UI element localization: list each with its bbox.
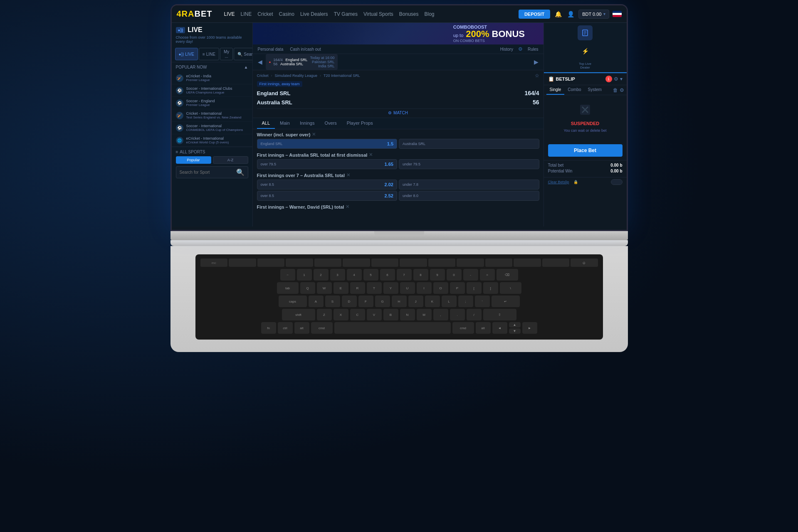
key-t[interactable]: T: [367, 282, 382, 294]
betslip-icon-btn[interactable]: [578, 25, 593, 40]
key-y[interactable]: Y: [383, 282, 398, 294]
match-card-mini[interactable]: ● 164/4 England SRL 56 Australia SRL: [266, 54, 338, 70]
key-e[interactable]: E: [334, 282, 348, 294]
star-icon[interactable]: ☆: [535, 73, 539, 79]
rules-link[interactable]: Rules: [528, 47, 539, 52]
key-4[interactable]: 4: [347, 269, 362, 281]
key-5[interactable]: 5: [363, 269, 378, 281]
lightning-icon-btn[interactable]: ⚡: [578, 44, 593, 59]
key-enter[interactable]: ↵: [492, 296, 520, 307]
key-2[interactable]: 2: [314, 269, 329, 281]
tab-search[interactable]: 🔍 Sear...: [234, 48, 252, 60]
key-shift-left[interactable]: shift: [282, 309, 315, 320]
key-0[interactable]: 0: [447, 269, 462, 281]
key-x[interactable]: X: [334, 309, 348, 320]
betslip-settings-icon[interactable]: ⚙: [614, 76, 618, 82]
nav-bonuses[interactable]: Bonuses: [399, 11, 419, 17]
deposit-button[interactable]: DEPOSIT: [519, 10, 550, 19]
bell-icon[interactable]: 🔔: [553, 10, 563, 19]
bs-tab-system[interactable]: System: [585, 85, 605, 95]
key-rbracket[interactable]: ]: [483, 282, 498, 294]
key-f12[interactable]: [542, 259, 570, 267]
key-9[interactable]: 9: [430, 269, 445, 281]
key-g[interactable]: G: [375, 296, 390, 307]
odds-under-8-0[interactable]: under 8.0: [399, 191, 539, 201]
key-equals[interactable]: =: [480, 269, 495, 281]
nav-live-dealers[interactable]: Live Dealers: [300, 11, 328, 17]
clear-betslip-button[interactable]: Clear Betslip: [548, 180, 569, 184]
key-f4[interactable]: [314, 259, 342, 267]
nav-live[interactable]: LIVE: [224, 11, 235, 17]
place-bet-button[interactable]: Place Bet: [548, 144, 623, 157]
bet-tab-innings[interactable]: Innings: [295, 118, 319, 129]
odds-australia[interactable]: Australia SRL: [399, 139, 539, 149]
nav-blog[interactable]: Blog: [425, 11, 435, 17]
key-alt-right[interactable]: alt: [476, 322, 491, 334]
odds-under-7-8[interactable]: under 7.8: [399, 180, 539, 190]
match-prev-button[interactable]: ◀: [256, 57, 264, 67]
key-3[interactable]: 3: [330, 269, 345, 281]
key-q[interactable]: Q: [300, 282, 315, 294]
odds-england[interactable]: England SRL 1.5: [257, 139, 398, 149]
match-stats-button[interactable]: ⚙ MATCH: [257, 108, 539, 115]
language-flag-icon[interactable]: [613, 11, 622, 17]
key-h[interactable]: H: [392, 296, 407, 307]
key-caps[interactable]: caps: [279, 296, 307, 307]
key-f2[interactable]: [257, 259, 285, 267]
nav-tv-games[interactable]: TV Games: [334, 11, 358, 17]
key-minus[interactable]: -: [463, 269, 478, 281]
key-6[interactable]: 6: [380, 269, 395, 281]
key-slash[interactable]: /: [467, 309, 482, 320]
promo-banner[interactable]: COMBOBOOST up to 200% BONUS ON COMBO BET…: [253, 23, 544, 44]
key-cmd-right[interactable]: cmd: [452, 322, 474, 334]
betslip-collapse-icon[interactable]: ▾: [620, 76, 623, 82]
key-tab[interactable]: tab: [277, 282, 299, 294]
key-r[interactable]: R: [350, 282, 365, 294]
sport-item[interactable]: 🏏 eCricket - India Premier League: [172, 72, 252, 84]
nav-cricket[interactable]: Cricket: [257, 11, 273, 17]
key-p[interactable]: P: [450, 282, 465, 294]
key-b[interactable]: B: [383, 309, 398, 320]
key-1[interactable]: 1: [297, 269, 312, 281]
key-f5[interactable]: [343, 259, 370, 267]
key-k[interactable]: K: [425, 296, 440, 307]
popular-filter-button[interactable]: Popular: [176, 156, 211, 164]
nav-casino[interactable]: Casino: [279, 11, 294, 17]
key-backspace[interactable]: ⌫: [497, 269, 518, 281]
key-tilde[interactable]: ~: [280, 269, 295, 281]
nav-virtual-sports[interactable]: Virtual Sports: [363, 11, 393, 17]
user-icon[interactable]: 👤: [566, 10, 575, 19]
breadcrumb-match[interactable]: T20 International SRL: [324, 74, 360, 78]
key-esc[interactable]: esc: [200, 259, 228, 267]
bet-tab-all[interactable]: ALL: [257, 118, 275, 129]
bet-tab-player-props[interactable]: Player Props: [342, 118, 378, 129]
search-sport-input[interactable]: [180, 170, 234, 175]
key-fn[interactable]: fn: [261, 322, 276, 334]
key-c[interactable]: C: [350, 309, 365, 320]
key-a[interactable]: A: [309, 296, 324, 307]
key-u[interactable]: U: [400, 282, 415, 294]
key-8[interactable]: 8: [413, 269, 428, 281]
key-f1[interactable]: [229, 259, 256, 267]
tab-live[interactable]: ●)) LIVE: [175, 48, 198, 60]
odds-over-79[interactable]: over 79.5 1.65: [257, 159, 398, 169]
bs-tab-combo[interactable]: Combo: [564, 85, 584, 95]
key-power[interactable]: ⏻: [571, 259, 598, 267]
key-i[interactable]: I: [417, 282, 432, 294]
key-down[interactable]: ▼: [509, 328, 521, 334]
odds-under-79[interactable]: under 79.5: [399, 159, 539, 169]
bs-settings-icon[interactable]: ⚙: [620, 87, 624, 93]
breadcrumb-cricket[interactable]: Cricket: [257, 74, 269, 78]
key-semicolon[interactable]: ;: [458, 296, 473, 307]
sport-item[interactable]: ⚽ Soccer - England Premier League: [172, 97, 252, 109]
key-left[interactable]: ◄: [492, 322, 507, 334]
odds-over-8-5-b[interactable]: over 8.5 2.52: [257, 191, 398, 201]
key-f9[interactable]: [457, 259, 484, 267]
bet-tab-main[interactable]: Main: [275, 118, 295, 129]
breadcrumb-league[interactable]: Simulated Reality League: [275, 74, 318, 78]
key-f6[interactable]: [371, 259, 399, 267]
key-right[interactable]: ►: [522, 322, 537, 334]
key-ctrl[interactable]: ctrl: [278, 322, 293, 334]
key-o[interactable]: O: [433, 282, 448, 294]
key-v[interactable]: V: [367, 309, 382, 320]
